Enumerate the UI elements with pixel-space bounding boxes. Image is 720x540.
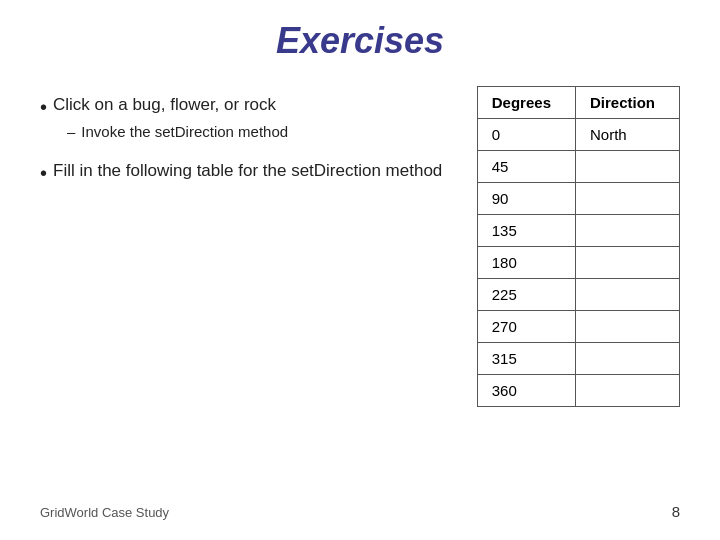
bullet-dot-1: • xyxy=(40,94,47,120)
bullet-section: • Click on a bug, flower, or rock – Invo… xyxy=(40,86,453,495)
table-row: 135 xyxy=(477,215,679,247)
footer-label: GridWorld Case Study xyxy=(40,505,169,520)
cell-direction-2 xyxy=(575,183,679,215)
cell-degrees-0: 0 xyxy=(477,119,575,151)
page-number: 8 xyxy=(672,503,680,520)
sub-bullet-1: – Invoke the setDirection method xyxy=(67,123,288,140)
cell-degrees-7: 315 xyxy=(477,343,575,375)
table-header-row: Degrees Direction xyxy=(477,87,679,119)
table-row: 225 xyxy=(477,279,679,311)
table-row: 360 xyxy=(477,375,679,407)
cell-direction-6 xyxy=(575,311,679,343)
cell-degrees-4: 180 xyxy=(477,247,575,279)
cell-degrees-8: 360 xyxy=(477,375,575,407)
cell-degrees-6: 270 xyxy=(477,311,575,343)
bullet-item-2: • Fill in the following table for the se… xyxy=(40,160,453,186)
page-title: Exercises xyxy=(40,20,680,62)
cell-direction-5 xyxy=(575,279,679,311)
cell-degrees-1: 45 xyxy=(477,151,575,183)
table-row: 180 xyxy=(477,247,679,279)
page: Exercises • Click on a bug, flower, or r… xyxy=(0,0,720,540)
direction-table: Degrees Direction 0North4590135180225270… xyxy=(477,86,680,407)
table-section: Degrees Direction 0North4590135180225270… xyxy=(477,86,680,495)
cell-direction-1 xyxy=(575,151,679,183)
table-row: 0North xyxy=(477,119,679,151)
col-header-direction: Direction xyxy=(575,87,679,119)
sub-dash-1: – xyxy=(67,123,75,140)
cell-degrees-5: 225 xyxy=(477,279,575,311)
bullet-text-1: Click on a bug, flower, or rock xyxy=(53,95,276,114)
content-area: • Click on a bug, flower, or rock – Invo… xyxy=(40,86,680,495)
col-header-degrees: Degrees xyxy=(477,87,575,119)
table-row: 45 xyxy=(477,151,679,183)
cell-direction-7 xyxy=(575,343,679,375)
cell-direction-3 xyxy=(575,215,679,247)
bullet-text-2: Fill in the following table for the setD… xyxy=(53,160,442,183)
cell-direction-8 xyxy=(575,375,679,407)
bullet-dot-2: • xyxy=(40,160,47,186)
cell-degrees-3: 135 xyxy=(477,215,575,247)
sub-bullet-text-1: Invoke the setDirection method xyxy=(81,123,288,140)
table-row: 90 xyxy=(477,183,679,215)
cell-direction-0: North xyxy=(575,119,679,151)
bullet-item-1: • Click on a bug, flower, or rock – Invo… xyxy=(40,94,453,140)
cell-direction-4 xyxy=(575,247,679,279)
footer: GridWorld Case Study 8 xyxy=(40,503,680,520)
table-row: 270 xyxy=(477,311,679,343)
cell-degrees-2: 90 xyxy=(477,183,575,215)
table-row: 315 xyxy=(477,343,679,375)
